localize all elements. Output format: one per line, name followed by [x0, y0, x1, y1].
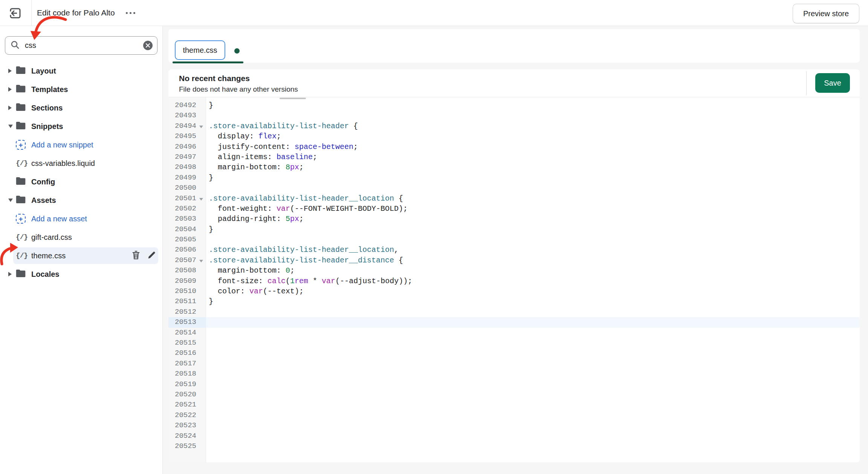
- tree-item-label: Add a new snippet: [31, 141, 93, 149]
- code-line[interactable]: 20507.store-availability-list-header__di…: [168, 255, 860, 265]
- code-line[interactable]: 20500: [168, 183, 860, 193]
- code-text: }: [206, 100, 860, 110]
- code-line[interactable]: 20501.store-availability-list-header__lo…: [168, 193, 860, 204]
- tree-item-locales[interactable]: Locales: [0, 266, 162, 282]
- code-line[interactable]: 20498 margin-bottom: 8px;: [168, 162, 860, 172]
- line-number: 20516: [168, 348, 206, 358]
- clear-search-button[interactable]: [143, 41, 153, 50]
- code-text: [206, 431, 860, 441]
- code-line[interactable]: 20502 font-weight: var(--FONT-WEIGHT-BOD…: [168, 204, 860, 214]
- topbar: Edit code for Palo Alto Preview store: [0, 0, 868, 26]
- code-line[interactable]: 20496 justify-content: space-between;: [168, 142, 860, 152]
- caret-right-icon[interactable]: [8, 87, 12, 92]
- caret-right-icon[interactable]: [8, 106, 12, 110]
- tree-item-theme-css[interactable]: {/}theme.css: [0, 247, 162, 264]
- code-text: [206, 235, 860, 245]
- page-title: Edit code for Palo Alto: [37, 0, 115, 26]
- code-text: .store-availability-list-header {: [206, 121, 860, 131]
- search-input[interactable]: [25, 41, 143, 50]
- code-line[interactable]: 20525: [168, 441, 860, 451]
- line-number: 20525: [168, 441, 206, 451]
- line-number: 20501: [168, 193, 206, 204]
- code-text: justify-content: space-between;: [206, 142, 860, 152]
- code-line[interactable]: 20494.store-availability-list-header {: [168, 121, 860, 131]
- line-number: 20510: [168, 286, 206, 296]
- tree-item-templates[interactable]: Templates: [0, 81, 162, 98]
- code-text: [206, 307, 860, 317]
- tab-theme-css[interactable]: theme.css: [175, 40, 225, 60]
- folder-icon: [16, 269, 26, 279]
- code-line[interactable]: 20518: [168, 369, 860, 379]
- code-text: [206, 441, 860, 451]
- caret-right-icon[interactable]: [8, 272, 12, 276]
- code-lines: 20492}2049320494.store-availability-list…: [168, 100, 860, 451]
- folder-icon: [16, 121, 26, 132]
- code-text: padding-right: 5px;: [206, 214, 860, 224]
- delete-file-button[interactable]: [130, 250, 142, 261]
- fold-caret-icon[interactable]: [199, 198, 203, 201]
- code-text: margin-bottom: 8px;: [206, 162, 860, 172]
- tree-item-sections[interactable]: Sections: [0, 100, 162, 116]
- add-new-icon: +: [16, 214, 26, 224]
- exit-editor-button[interactable]: [8, 6, 23, 20]
- fold-caret-icon[interactable]: [199, 260, 203, 262]
- horizontal-scrollbar-thumb[interactable]: [280, 98, 306, 99]
- code-text: .store-availability-list-header__locatio…: [206, 193, 860, 204]
- code-line[interactable]: 20508 margin-bottom: 0;: [168, 265, 860, 276]
- code-file-icon: {/}: [16, 233, 28, 241]
- code-line[interactable]: 20504}: [168, 224, 860, 235]
- code-line[interactable]: 20493: [168, 110, 860, 121]
- code-line[interactable]: 20512: [168, 307, 860, 317]
- tree-item-config[interactable]: Config: [0, 173, 162, 190]
- tree-item-add-a-new-asset[interactable]: +Add a new asset: [0, 210, 162, 227]
- code-line[interactable]: 20497 align-items: baseline;: [168, 152, 860, 162]
- rename-file-button[interactable]: [146, 250, 157, 261]
- line-number: 20505: [168, 235, 206, 245]
- line-number: 20503: [168, 214, 206, 224]
- code-line[interactable]: 20514: [168, 328, 860, 338]
- code-editor[interactable]: 20492}2049320494.store-availability-list…: [168, 97, 860, 462]
- code-line[interactable]: 20516: [168, 348, 860, 358]
- code-line[interactable]: 20503 padding-right: 5px;: [168, 214, 860, 224]
- code-line[interactable]: 20522: [168, 410, 860, 420]
- tree-item-css-variables-liquid[interactable]: {/}css-variables.liquid: [0, 155, 162, 172]
- code-line[interactable]: 20505: [168, 235, 860, 245]
- caret-down-icon[interactable]: [8, 199, 13, 202]
- code-line[interactable]: 20506.store-availability-list-header__lo…: [168, 245, 860, 255]
- topbar-divider: [31, 0, 32, 26]
- close-icon: [145, 43, 150, 48]
- tree-item-layout[interactable]: Layout: [0, 63, 162, 79]
- caret-right-icon[interactable]: [8, 69, 12, 73]
- tree-item-add-a-new-snippet[interactable]: +Add a new snippet: [0, 137, 162, 153]
- line-number: 20521: [168, 400, 206, 410]
- code-line[interactable]: 20519: [168, 379, 860, 390]
- code-line[interactable]: 20524: [168, 431, 860, 441]
- code-text: [206, 110, 860, 121]
- editor-panel: No recent changes File does not have any…: [168, 69, 860, 462]
- code-line[interactable]: 20495 display: flex;: [168, 131, 860, 141]
- code-line[interactable]: 20515: [168, 338, 860, 348]
- code-line[interactable]: 20510 color: var(--text);: [168, 286, 860, 296]
- code-line[interactable]: 20513: [168, 317, 860, 327]
- code-line[interactable]: 20511}: [168, 296, 860, 307]
- code-line[interactable]: 20509 font-size: calc(1rem * var(--adjus…: [168, 276, 860, 286]
- tree-item-label: Assets: [31, 196, 56, 205]
- line-number: 20494: [168, 121, 206, 131]
- code-line[interactable]: 20523: [168, 420, 860, 431]
- fold-caret-icon[interactable]: [199, 126, 203, 128]
- save-button[interactable]: Save: [815, 73, 850, 93]
- code-line[interactable]: 20517: [168, 359, 860, 369]
- caret-down-icon[interactable]: [8, 125, 13, 128]
- code-line[interactable]: 20492}: [168, 100, 860, 110]
- file-tree: LayoutTemplatesSectionsSnippets+Add a ne…: [0, 63, 162, 284]
- folder-icon: [16, 103, 26, 113]
- tree-item-snippets[interactable]: Snippets: [0, 118, 162, 135]
- code-text: [206, 359, 860, 369]
- code-line[interactable]: 20499}: [168, 173, 860, 183]
- code-line[interactable]: 20521: [168, 400, 860, 410]
- tree-item-assets[interactable]: Assets: [0, 192, 162, 209]
- tree-item-gift-card-css[interactable]: {/}gift-card.css: [0, 229, 162, 245]
- code-line[interactable]: 20520: [168, 390, 860, 400]
- preview-store-button[interactable]: Preview store: [793, 4, 859, 23]
- more-actions-button[interactable]: [123, 8, 138, 17]
